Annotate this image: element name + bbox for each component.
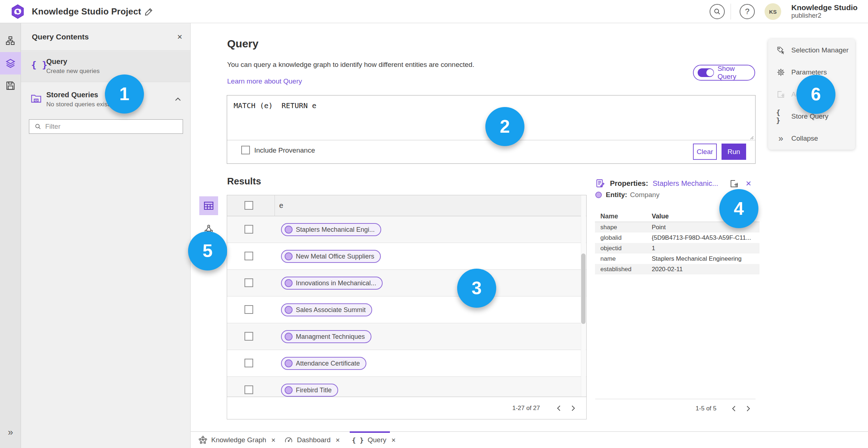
search-icon [34, 123, 42, 130]
learn-more-link[interactable]: Learn more about Query [227, 77, 302, 85]
results-scrollbar[interactable] [581, 195, 586, 397]
item-label: Stored Queries [46, 91, 109, 99]
left-icon-rail: » [0, 23, 21, 448]
entity-dot-icon [285, 226, 293, 234]
close-tab-button[interactable]: × [271, 436, 276, 444]
edit-title-button[interactable] [144, 7, 153, 17]
rail-layers-button[interactable] [0, 52, 21, 74]
previous-page-button[interactable] [552, 401, 566, 415]
properties-pagination: 1-5 of 5 [695, 405, 716, 412]
table-row[interactable]: Firebird Title [227, 377, 586, 397]
stored-queries-filter [29, 119, 183, 134]
row-checkbox[interactable] [244, 278, 253, 287]
search-button[interactable] [710, 4, 725, 19]
table-row[interactable]: Sales Associate Summit [227, 296, 586, 323]
panel-title: Query Contents [32, 33, 89, 41]
double-chevron-icon: » [776, 135, 786, 142]
tab-query[interactable]: { } Query × [352, 432, 396, 448]
entity-chip[interactable]: Staplers Mechanical Engi... [281, 223, 381, 236]
table-row[interactable]: New Metal Office Suppliers [227, 243, 586, 270]
page-title: Query [227, 38, 259, 50]
query-editor[interactable]: MATCH (e) RETURN e [234, 101, 316, 110]
entity-chip[interactable]: Innovations in Mechanical... [281, 277, 383, 290]
property-row[interactable]: globalid{5D9B4713-F98D-4A53-A59F-C11... [595, 232, 760, 243]
table-icon [203, 201, 214, 211]
expand-rail-button[interactable]: » [0, 427, 21, 438]
row-checkbox[interactable] [244, 252, 253, 260]
menu-item-selection-manager[interactable]: Selection Manager [768, 39, 855, 61]
row-checkbox[interactable] [244, 385, 253, 394]
row-checkbox[interactable] [244, 359, 253, 367]
entity-dot-icon [285, 279, 293, 287]
show-query-toggle[interactable]: Show Query [693, 65, 755, 81]
item-description: No stored queries exist [46, 101, 109, 108]
entity-dot-icon [285, 386, 293, 394]
close-tab-button[interactable]: × [336, 436, 340, 444]
entity-chip[interactable]: New Metal Office Suppliers [281, 250, 381, 263]
help-button[interactable]: ? [740, 4, 755, 19]
avatar-initials: KS [769, 9, 777, 15]
properties-entity-link[interactable]: Staplers Mechanic... [653, 179, 718, 187]
property-row[interactable]: established2020-02-11 [595, 264, 760, 274]
filter-input[interactable] [45, 123, 183, 131]
next-page-button[interactable] [566, 401, 580, 415]
entity-chip[interactable]: Attendance Certificate [281, 357, 366, 370]
sidebar-item-query[interactable]: { } Query Create new queries [21, 51, 190, 82]
property-row[interactable]: nameStaplers Mechanical Engineering [595, 253, 760, 264]
row-checkbox[interactable] [244, 305, 253, 314]
entity-chip[interactable]: Sales Associate Summit [281, 303, 372, 316]
pencil-icon [144, 7, 153, 17]
user-avatar[interactable]: KS [765, 3, 781, 20]
results-title: Results [227, 176, 261, 187]
select-all-checkbox[interactable] [244, 201, 253, 210]
row-checkbox[interactable] [244, 332, 253, 341]
scrollbar-thumb[interactable] [581, 253, 586, 324]
close-tab-button[interactable]: × [391, 436, 396, 444]
tab-dashboard[interactable]: Dashboard × [284, 432, 340, 448]
query-contents-header: Query Contents × [21, 23, 190, 51]
row-checkbox[interactable] [244, 225, 253, 234]
callout-1: 1 [105, 74, 144, 114]
clear-button[interactable]: Clear [693, 144, 717, 160]
braces-icon: { } [352, 436, 364, 444]
table-view-button[interactable] [199, 196, 218, 215]
callout-3: 3 [457, 269, 496, 308]
rail-hierarchy-button[interactable] [0, 30, 21, 52]
include-provenance-label: Include Provenance [254, 146, 315, 154]
results-table: e Staplers Mechanical Engi... New Metal … [227, 195, 587, 419]
rail-save-button[interactable] [0, 74, 21, 97]
toggle-label: Show Query [718, 65, 754, 81]
resize-grip-icon[interactable] [749, 135, 754, 140]
previous-page-button[interactable] [727, 401, 741, 416]
close-panel-button[interactable]: × [177, 32, 182, 42]
app-window: Knowledge Studio Project ? KS Knowl [0, 0, 868, 448]
properties-header: Properties: Staplers Mechanic... [595, 179, 718, 188]
project-title: Knowledge Studio Project [32, 0, 141, 23]
close-properties-button[interactable]: × [746, 178, 751, 189]
open-in-new-window-button[interactable] [729, 179, 739, 188]
query-description: You can query a knowledge graph to ident… [227, 61, 474, 69]
include-provenance-checkbox[interactable] [241, 146, 250, 154]
table-row[interactable]: Innovations in Mechanical... [227, 270, 586, 296]
table-row[interactable]: Attendance Certificate [227, 350, 586, 377]
entity-line: Entity: Company [595, 191, 659, 199]
entity-chip[interactable]: Firebird Title [281, 384, 338, 397]
property-row[interactable]: objectid1 [595, 243, 760, 253]
next-page-button[interactable] [741, 401, 756, 416]
results-rows: Staplers Mechanical Engi... New Metal Of… [227, 216, 586, 397]
entity-dot-icon [285, 306, 293, 314]
run-button[interactable]: Run [722, 144, 746, 160]
table-row[interactable]: Managment Techniques [227, 323, 586, 350]
user-name: Knowledge Studio [791, 3, 858, 12]
table-row[interactable]: Staplers Mechanical Engi... [227, 216, 586, 243]
column-header-e: e [279, 201, 283, 210]
entity-chip[interactable]: Managment Techniques [281, 330, 371, 343]
properties-title: Properties: [610, 179, 648, 187]
user-role: publisher2 [791, 12, 858, 20]
properties-icon [595, 179, 605, 188]
chevron-up-icon[interactable] [174, 97, 182, 102]
toggle-track-icon [698, 68, 714, 77]
menu-item-collapse[interactable]: » Collapse [768, 127, 855, 149]
callout-6: 6 [796, 75, 835, 114]
tab-knowledge-graph[interactable]: Knowledge Graph × [199, 432, 276, 448]
